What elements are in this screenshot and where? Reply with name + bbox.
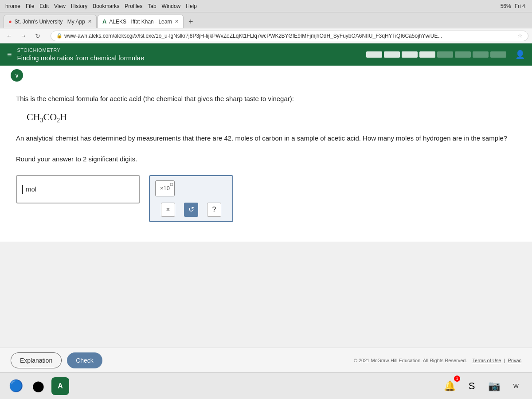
check-button[interactable]: Check [67, 352, 102, 368]
chrome-icon[interactable]: ⬤ [29, 377, 47, 395]
taskbar-finder[interactable]: 🔵 [7, 377, 25, 395]
forward-button[interactable]: → [18, 30, 29, 42]
clear-button[interactable]: × [161, 203, 175, 217]
notification-badge: 1 [454, 376, 460, 382]
tab-favicon-2: A [102, 18, 106, 25]
taskbar: 🔵 ⬤ A 🔔 1 S 📷 W [0, 372, 532, 399]
title-bar: hrome File Edit View History Bookmarks P… [0, 0, 532, 12]
clock: Fri 4: [515, 3, 527, 9]
tab-bar: ● St. John's University - My App ✕ A ALE… [0, 12, 532, 28]
profile-button[interactable]: 👤 [515, 50, 525, 59]
copyright-text: © 2021 McGraw-Hill Education. All Rights… [354, 358, 467, 363]
taskbar-notification[interactable]: 🔔 1 [441, 377, 458, 395]
progress-segment-8 [490, 51, 506, 58]
tab-label-2: ALEKS - Iffat Khan - Learn [109, 19, 172, 25]
url-text: www-awn.aleks.com/alekscgi/x/lsl.exe/1o_… [64, 33, 514, 39]
progress-segment-2 [384, 51, 400, 58]
topic-title: Finding mole ratios from chemical formul… [17, 54, 145, 62]
menu-tab[interactable]: Tab [148, 3, 156, 9]
x10-superscript: □ [170, 182, 173, 187]
question-body: An analytical chemist has determined by … [16, 133, 516, 144]
notation-buttons: × ↺ ? [155, 203, 227, 217]
text-cursor [22, 185, 23, 194]
clock-icon: W [507, 377, 525, 395]
menu-history[interactable]: History [71, 3, 87, 9]
tab-close-2[interactable]: ✕ [175, 19, 179, 24]
menu-bookmarks[interactable]: Bookmarks [93, 3, 119, 9]
help-button[interactable]: ? [207, 203, 221, 217]
notation-panel: ×10 □ × ↺ ? [149, 175, 233, 222]
main-content: This is the chemical formula for acetic … [0, 85, 532, 242]
hamburger-menu-icon[interactable]: ≡ [7, 50, 12, 59]
explanation-button[interactable]: Explanation [11, 352, 62, 368]
menu-chrome[interactable]: hrome [5, 3, 20, 9]
unit-label: mol [26, 185, 36, 193]
copyright: © 2021 McGraw-Hill Education. All Rights… [354, 358, 521, 363]
progress-segment-4 [419, 51, 435, 58]
menu-window[interactable]: Window [162, 3, 181, 9]
tab-close-1[interactable]: ✕ [88, 19, 92, 24]
tab-stjohns[interactable]: ● St. John's University - My App ✕ [4, 15, 97, 28]
tab-aleks[interactable]: A ALEKS - Iffat Khan - Learn ✕ [98, 15, 184, 28]
progress-segment-1 [366, 51, 382, 58]
back-button[interactable]: ← [4, 30, 15, 42]
privacy-link[interactable]: Privac [508, 358, 521, 363]
collapse-button[interactable]: ∨ [11, 69, 23, 82]
battery-level: 56% [501, 3, 511, 9]
menu-profiles[interactable]: Profiles [125, 3, 142, 9]
taskbar-aleks[interactable]: A [51, 377, 69, 395]
progress-segment-3 [402, 51, 418, 58]
camera-icon[interactable]: 📷 [485, 377, 503, 395]
menu-help[interactable]: Help [186, 3, 197, 9]
x10-input[interactable]: ×10 □ [155, 180, 175, 196]
tab-label-1: St. John's University - My App [15, 19, 85, 25]
lock-icon: 🔒 [56, 33, 63, 39]
progress-segment-5 [437, 51, 453, 58]
url-bar[interactable]: 🔒 www-awn.aleks.com/alekscgi/x/lsl.exe/1… [51, 31, 528, 41]
menu-edit[interactable]: Edit [39, 3, 49, 9]
undo-button[interactable]: ↺ [184, 203, 198, 217]
x10-text: ×10 [160, 185, 170, 192]
bookmark-icon[interactable]: ☆ [517, 32, 523, 39]
terms-link[interactable]: Terms of Use [473, 358, 501, 363]
progress-segment-6 [455, 51, 471, 58]
rounding-instruction: Round your answer to 2 significant digit… [16, 155, 516, 163]
menu-file[interactable]: File [26, 3, 34, 9]
progress-bar [366, 51, 506, 58]
aleks-header: ≡ STOICHIOMETRY Finding mole ratios from… [0, 43, 532, 66]
section-label: STOICHIOMETRY [17, 47, 145, 53]
answer-input-box[interactable]: mol [16, 175, 140, 203]
finder-icon[interactable]: 🔵 [7, 377, 25, 395]
address-bar: ← → ↻ 🔒 www-awn.aleks.com/alekscgi/x/lsl… [0, 28, 532, 43]
question-intro: This is the chemical formula for acetic … [16, 94, 516, 104]
refresh-button[interactable]: ↻ [32, 30, 43, 42]
menu-view[interactable]: View [54, 3, 66, 9]
answer-area: mol ×10 □ × ↺ ? [16, 175, 516, 222]
notation-top: ×10 □ [155, 180, 227, 196]
siri-icon[interactable]: S [463, 377, 481, 395]
new-tab-button[interactable]: + [184, 16, 197, 28]
menu-bar[interactable]: hrome File Edit View History Bookmarks P… [5, 3, 197, 9]
tab-favicon-1: ● [8, 18, 12, 25]
progress-segment-7 [473, 51, 489, 58]
taskbar-chrome[interactable]: ⬤ [29, 377, 47, 395]
aleks-icon[interactable]: A [51, 377, 69, 395]
bottom-bar: Explanation Check © 2021 McGraw-Hill Edu… [0, 348, 532, 372]
collapse-row: ∨ [0, 66, 532, 85]
system-tray: 56% Fri 4: [501, 3, 527, 9]
chemical-formula: CH3CO2H [27, 111, 516, 124]
